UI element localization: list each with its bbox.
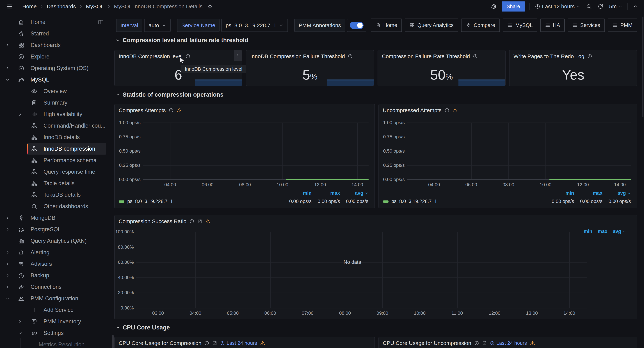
- sidebar-item-table-details[interactable]: Table details: [0, 178, 114, 189]
- info-icon[interactable]: [474, 341, 479, 346]
- panel-time-override[interactable]: Last 24 hours: [220, 340, 257, 346]
- chevron-right-icon[interactable]: [6, 43, 10, 47]
- external-link-icon[interactable]: [212, 341, 217, 346]
- warning-icon[interactable]: [260, 340, 265, 346]
- pmm-annotations-toggle[interactable]: [347, 19, 366, 32]
- link-query-analytics-button[interactable]: Query Analytics: [405, 19, 458, 32]
- series-label[interactable]: ps_8.0_3.19.228.7_1: [119, 199, 283, 204]
- share-button[interactable]: Share: [502, 2, 525, 12]
- panel-menu-icon[interactable]: [234, 50, 242, 61]
- refresh-icon[interactable]: [597, 3, 604, 10]
- sidebar-item-summary[interactable]: Summary: [0, 97, 114, 109]
- legend-avg[interactable]: avg: [613, 229, 626, 234]
- legend-min[interactable]: min: [283, 190, 312, 196]
- chevron-right-icon[interactable]: [6, 250, 10, 255]
- sidebar-item-starred[interactable]: Starred: [0, 28, 114, 40]
- chevron-right-icon[interactable]: [6, 216, 10, 220]
- time-range-picker[interactable]: Last 12 hours: [534, 3, 581, 10]
- sidebar-item-mysql[interactable]: MySQL: [0, 74, 114, 86]
- sidebar-item-query-response-time[interactable]: Query response time: [0, 166, 114, 178]
- sidebar-item-innodb-details[interactable]: InnoDB details: [0, 132, 114, 143]
- sidebar-item-innodb-compression[interactable]: InnoDB compression: [0, 143, 114, 155]
- star-icon[interactable]: [206, 3, 214, 10]
- chevron-right-icon[interactable]: [18, 112, 22, 116]
- sidebar-item-overview[interactable]: Overview: [0, 86, 114, 97]
- sidebar-item-advisors[interactable]: Advisors: [0, 258, 114, 270]
- sidebar-item-settings[interactable]: Settings: [0, 327, 114, 339]
- menu-icon[interactable]: [6, 2, 14, 11]
- sidebar-item-metrics-resolution[interactable]: Metrics Resolution: [0, 339, 114, 348]
- warning-icon[interactable]: [205, 219, 210, 224]
- chevron-right-icon[interactable]: [6, 285, 10, 289]
- collapse-topbar-icon[interactable]: [632, 3, 638, 10]
- link-compare-button[interactable]: Compare: [461, 19, 500, 32]
- legend-max[interactable]: max: [598, 229, 607, 234]
- sidebar-item-os[interactable]: Operating System (OS): [0, 63, 114, 74]
- zoom-out-icon[interactable]: [586, 3, 592, 10]
- external-link-icon[interactable]: [482, 341, 487, 346]
- sidebar-item-alerting[interactable]: Alerting: [0, 247, 114, 258]
- sidebar-item-connections[interactable]: Connections: [0, 281, 114, 293]
- chevron-down-icon[interactable]: [6, 296, 10, 301]
- series-label[interactable]: ps_8.0_3.19.228.7_1: [383, 199, 546, 204]
- chevron-right-icon[interactable]: [6, 273, 10, 278]
- sidebar-item-postgresql[interactable]: PostgreSQL: [0, 224, 114, 235]
- sidebar-scrollbar[interactable]: [112, 335, 114, 348]
- info-icon[interactable]: [473, 54, 478, 59]
- info-icon[interactable]: [587, 54, 592, 59]
- refresh-interval-picker[interactable]: 5m: [608, 3, 623, 10]
- chevron-down-icon[interactable]: [18, 331, 22, 335]
- chevron-right-icon[interactable]: [6, 227, 10, 232]
- sidebar-item-backup[interactable]: Backup: [0, 270, 114, 281]
- warning-icon[interactable]: [176, 108, 182, 113]
- chevron-right-icon[interactable]: [6, 66, 10, 70]
- info-icon[interactable]: [189, 219, 194, 224]
- legend-avg[interactable]: avg: [340, 190, 368, 196]
- panel-time-override[interactable]: Last 24 hours: [490, 340, 527, 346]
- legend-min[interactable]: min: [546, 190, 574, 196]
- sidebar-item-other-dashboards[interactable]: Other dashboards: [0, 201, 114, 212]
- chevron-down-icon[interactable]: [6, 78, 10, 82]
- sidebar-item-performance-schema[interactable]: Performance schema: [0, 155, 114, 166]
- info-icon[interactable]: [204, 341, 209, 346]
- sidebar-item-add-service[interactable]: Add Service: [0, 304, 114, 316]
- breadcrumb-home[interactable]: Home: [22, 4, 37, 10]
- dock-sidebar-icon[interactable]: [97, 18, 105, 26]
- sidebar-item-high-availability[interactable]: High availability: [0, 109, 114, 120]
- plot-area[interactable]: 04:00 06:00 08:00 10:00 12:00 14:00: [143, 123, 368, 179]
- legend-avg[interactable]: avg: [602, 190, 631, 196]
- warning-icon[interactable]: [452, 108, 458, 113]
- info-icon[interactable]: [185, 54, 190, 59]
- link-home-button[interactable]: Home: [371, 19, 402, 32]
- sidebar-item-pmm-configuration[interactable]: PMM Configuration: [0, 293, 114, 304]
- section-cpu-core-usage[interactable]: CPU Core Usage: [116, 324, 170, 331]
- interval-select[interactable]: auto: [144, 19, 170, 32]
- legend-max[interactable]: max: [574, 190, 602, 196]
- dashboard-settings-icon[interactable]: [490, 3, 497, 10]
- sidebar-item-tokudb-details[interactable]: TokuDB details: [0, 189, 114, 201]
- sidebar-item-pmm-inventory[interactable]: PMM Inventory: [0, 316, 114, 327]
- plot-area[interactable]: 03:00 04:00 05:00 06:00 07:00 08:00 09:0…: [136, 232, 587, 308]
- sidebar-item-dashboards[interactable]: Dashboards: [0, 40, 114, 51]
- plot-area[interactable]: 04:00 06:00 08:00 10:00 12:00 14:00: [407, 123, 631, 179]
- section-compression-statistics[interactable]: Statistic of compression operations: [116, 91, 224, 98]
- warning-icon[interactable]: [530, 340, 535, 346]
- breadcrumb-dashboards[interactable]: Dashboards: [47, 4, 76, 10]
- chevron-right-icon[interactable]: [18, 319, 22, 324]
- link-services-button[interactable]: Services: [568, 19, 605, 32]
- sidebar-item-command-handler[interactable]: Command/Handler cou...: [0, 120, 114, 132]
- section-compression-thresholds[interactable]: Compression level and failure rate thres…: [116, 37, 248, 44]
- link-ha-button[interactable]: HA: [540, 19, 565, 32]
- sidebar-item-mongodb[interactable]: MongoDB: [0, 212, 114, 224]
- info-icon[interactable]: [444, 108, 450, 113]
- info-icon[interactable]: [348, 54, 353, 59]
- service-name-select[interactable]: ps_8.0_3.19.228.7_1: [221, 19, 288, 32]
- sidebar-item-explore[interactable]: Explore: [0, 51, 114, 63]
- breadcrumb-mysql[interactable]: MySQL: [86, 4, 104, 10]
- link-pmm-button[interactable]: PMM: [608, 19, 637, 32]
- sidebar-item-qan[interactable]: Query Analytics (QAN): [0, 235, 114, 247]
- external-link-icon[interactable]: [197, 219, 202, 224]
- legend-max[interactable]: max: [312, 190, 340, 196]
- main-scrollbar[interactable]: [642, 17, 644, 117]
- sidebar-item-home[interactable]: Home: [0, 16, 114, 28]
